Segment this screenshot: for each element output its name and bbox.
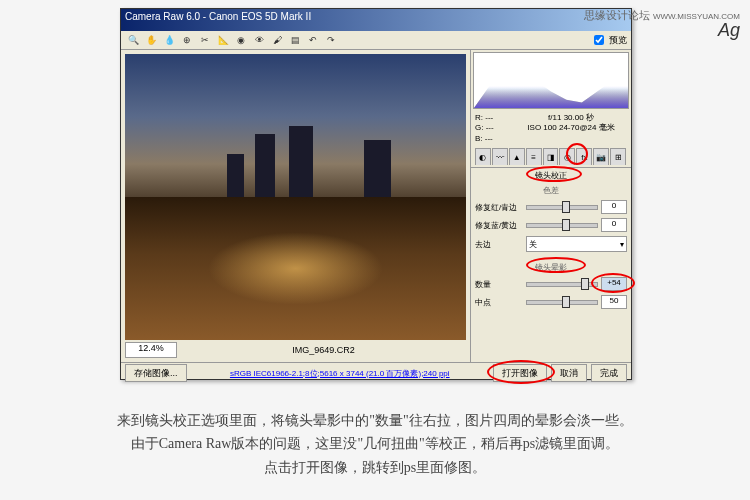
red-cyan-slider[interactable]: 修复红/青边 0 [471,198,631,216]
chromatic-section: 色差 [471,183,631,198]
tab-row: ◐ 〰 ▲ ≡ ◨ ◎ fx 📷 ⊞ [471,146,631,168]
window-title: Camera Raw 6.0 - Canon EOS 5D Mark II [125,11,311,29]
caption-line2: 由于Camera Raw版本的问题，这里没"几何扭曲"等校正，稍后再ps滤镜里面… [30,432,720,456]
image-preview[interactable] [125,54,466,340]
defringe-select[interactable]: 关▾ [526,236,627,252]
workflow-link[interactable]: sRGB IEC61966-2.1;8位;5616 x 3744 (21.0 百… [191,368,489,379]
tab-camera-icon[interactable]: 📷 [593,148,609,165]
watermark-signature: Ag [718,20,740,41]
preview-checkbox[interactable]: 预览 [590,32,627,48]
spot-removal-icon[interactable]: ◉ [233,32,249,48]
color-sampler-icon[interactable]: ⊕ [179,32,195,48]
blue-yellow-slider[interactable]: 修复蓝/黄边 0 [471,216,631,234]
tab-split-icon[interactable]: ◨ [543,148,559,165]
toolbar: 🔍 ✋ 💧 ⊕ ✂ 📐 ◉ 👁 🖌 ▤ ↶ ↷ 预览 [121,31,631,50]
done-button[interactable]: 完成 [591,364,627,382]
defringe-label: 去边 [475,239,523,250]
tab-active-label: 镜头校正 [471,168,631,183]
tab-hsl-icon[interactable]: ≡ [526,148,542,165]
camera-raw-window: Camera Raw 6.0 - Canon EOS 5D Mark II 🔍 … [120,8,632,380]
filename-label: IMG_9649.CR2 [292,345,355,355]
highlight-amount [591,273,635,293]
caption-line3: 点击打开图像，跳转到ps里面修图。 [30,456,720,480]
histogram [473,52,629,109]
amount-slider[interactable]: 数量 +54 [471,275,631,293]
adjustment-brush-icon[interactable]: 🖌 [269,32,285,48]
exif-info: R: --- G: --- B: --- f/11 30.00 秒 ISO 10… [471,111,631,146]
chevron-down-icon: ▾ [620,240,624,249]
highlight-lens-tab [566,143,588,165]
midpoint-slider[interactable]: 中点 50 [471,293,631,311]
bottom-bar: 存储图像... sRGB IEC61966-2.1;8位;5616 x 3744… [121,362,631,383]
highlight-lens-label [526,166,582,182]
hand-tool-icon[interactable]: ✋ [143,32,159,48]
straighten-icon[interactable]: 📐 [215,32,231,48]
rotate-right-icon[interactable]: ↷ [323,32,339,48]
tab-presets-icon[interactable]: ⊞ [610,148,626,165]
highlight-open-btn [487,360,555,384]
crop-tool-icon[interactable]: ✂ [197,32,213,48]
caption-line1: 来到镜头校正选项里面，将镜头晕影中的"数量"往右拉，图片四周的晕影会淡一些。 [30,409,720,433]
graduated-filter-icon[interactable]: ▤ [287,32,303,48]
tab-detail-icon[interactable]: ▲ [509,148,525,165]
zoom-select[interactable]: 12.4% [125,342,177,358]
rotate-left-icon[interactable]: ↶ [305,32,321,48]
watermark-title: 思缘设计论坛 [584,9,650,21]
tab-basic-icon[interactable]: ◐ [475,148,491,165]
zoom-tool-icon[interactable]: 🔍 [125,32,141,48]
titlebar: Camera Raw 6.0 - Canon EOS 5D Mark II [121,9,631,31]
cancel-button[interactable]: 取消 [551,364,587,382]
tab-curve-icon[interactable]: 〰 [492,148,508,165]
highlight-vignette [526,257,586,273]
tutorial-caption: 来到镜头校正选项里面，将镜头晕影中的"数量"往右拉，图片四周的晕影会淡一些。 由… [0,399,750,500]
adjustments-panel: R: --- G: --- B: --- f/11 30.00 秒 ISO 10… [470,50,631,362]
redeye-icon[interactable]: 👁 [251,32,267,48]
save-button[interactable]: 存储图像... [125,364,187,382]
white-balance-icon[interactable]: 💧 [161,32,177,48]
